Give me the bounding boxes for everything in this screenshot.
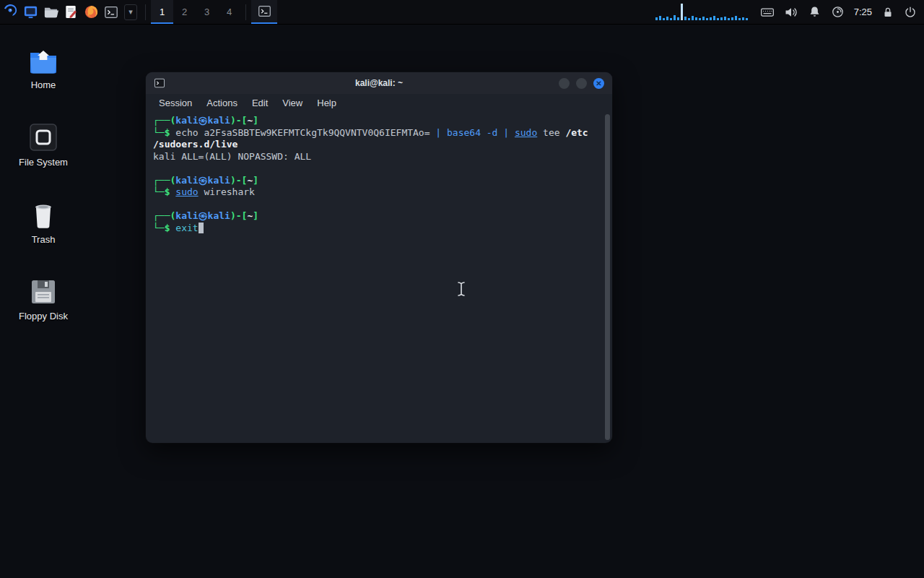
workspace-switcher: 1 2 3 4: [151, 0, 240, 24]
terminal-line: └─$ exit: [153, 223, 605, 235]
folder-icon[interactable]: [40, 0, 61, 24]
terminal-window-icon: [258, 4, 271, 20]
desktop-icon-label: Floppy Disk: [9, 311, 78, 322]
maximize-button[interactable]: [576, 78, 587, 89]
kali-logo-icon: [2, 2, 19, 22]
menu-help[interactable]: Help: [310, 95, 344, 111]
terminal-line: [153, 199, 605, 211]
desktop-icon-trash[interactable]: Trash: [9, 197, 78, 245]
workspace-4[interactable]: 4: [218, 0, 240, 24]
scrollbar-thumb[interactable]: [605, 114, 610, 440]
home-folder-icon: [9, 42, 78, 75]
text-editor-icon[interactable]: [61, 0, 81, 24]
close-button[interactable]: ✕: [593, 78, 604, 89]
terminal-line: ┌──(kali㉿kali)-[~]: [153, 175, 605, 187]
system-tray: 7:25: [655, 0, 924, 24]
terminal-output[interactable]: ┌──(kali㉿kali)-[~]└─$ echo a2FsaSBBTEw9K…: [146, 112, 612, 443]
terminal-line: └─$ sudo wireshark: [153, 186, 605, 199]
session-power-icon[interactable]: [904, 6, 917, 19]
menu-actions[interactable]: Actions: [199, 95, 245, 111]
file-system-drive-icon: [9, 119, 78, 152]
desktop-icon-floppy-disk[interactable]: Floppy Disk: [9, 273, 78, 322]
panel-separator: [245, 4, 246, 20]
scrollbar[interactable]: [605, 114, 610, 440]
terminal-launcher-icon[interactable]: [101, 0, 121, 24]
window-controls: ✕: [559, 78, 604, 89]
cpu-graph[interactable]: [655, 3, 751, 22]
firefox-icon[interactable]: [81, 0, 101, 24]
menu-view[interactable]: View: [275, 95, 310, 111]
terminal-menubar: Session Actions Edit View Help: [146, 94, 612, 112]
notifications-bell-icon[interactable]: [808, 5, 821, 19]
trash-can-icon: [9, 197, 78, 230]
desktop-icon-label: File System: [9, 157, 78, 168]
terminal-icon: [154, 77, 165, 89]
minimize-button[interactable]: [559, 78, 570, 89]
kali-menu-button[interactable]: [0, 0, 20, 24]
status-orb-icon[interactable]: [831, 5, 845, 19]
taskbar-left: ▾ 1 2 3 4: [0, 0, 277, 24]
workspace-3[interactable]: 3: [196, 0, 218, 24]
terminal-line: ┌──(kali㉿kali)-[~]: [153, 210, 605, 223]
desktop-icon-file-system[interactable]: File System: [9, 119, 78, 168]
desktop-icon-home[interactable]: Home: [9, 42, 78, 90]
terminal-line: └─$ echo a2FsaSBBTEw9KEFMTCkgTk9QQVNTV0Q…: [153, 127, 605, 139]
terminal-titlebar[interactable]: kali@kali: ~ ✕: [146, 72, 612, 94]
taskbar-window-button[interactable]: [251, 0, 277, 24]
terminal-window: kali@kali: ~ ✕ Session Actions Edit View…: [146, 72, 612, 443]
menu-edit[interactable]: Edit: [245, 95, 275, 111]
terminal-line: /sudoers.d/live: [153, 139, 605, 151]
panel-separator: [145, 4, 146, 20]
terminal-line: kali ALL=(ALL) NOPASSWD: ALL: [153, 151, 605, 163]
chevron-down-icon[interactable]: ▾: [124, 4, 137, 20]
volume-icon[interactable]: [784, 5, 798, 20]
window-title: kali@kali: ~: [146, 78, 612, 88]
keyboard-icon[interactable]: [760, 5, 775, 20]
clock[interactable]: 7:25: [854, 7, 872, 17]
taskbar: ▾ 1 2 3 4: [0, 0, 924, 25]
workspace-1[interactable]: 1: [151, 0, 173, 24]
menu-session[interactable]: Session: [152, 95, 199, 111]
lock-icon[interactable]: [881, 6, 894, 19]
floppy-disk-icon: [9, 273, 78, 306]
desktop-icon-label: Home: [9, 79, 78, 90]
workspace-2[interactable]: 2: [173, 0, 196, 24]
file-manager-icon[interactable]: [20, 0, 40, 24]
terminal-line: [153, 163, 605, 175]
desktop-icon-label: Trash: [9, 234, 78, 245]
terminal-line: ┌──(kali㉿kali)-[~]: [153, 115, 605, 127]
